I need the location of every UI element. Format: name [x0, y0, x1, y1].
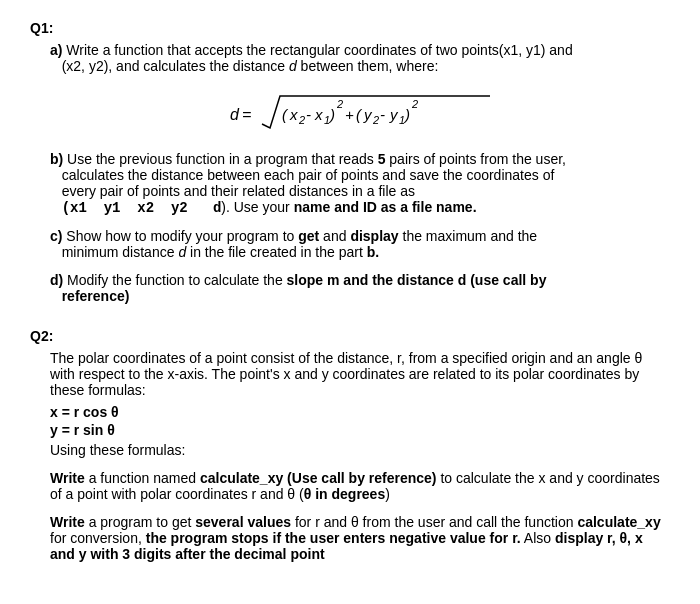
q1-label: Q1:	[30, 20, 670, 36]
q2-intro-text: The polar coordinates of a point consist…	[50, 350, 670, 398]
svg-text:=: =	[242, 106, 251, 123]
svg-text:x: x	[289, 106, 298, 123]
q2-formula-y: y = r sin θ	[50, 422, 670, 438]
svg-text:2: 2	[298, 114, 305, 126]
distance-formula: d = ( x 2 - x 1 ) 2 + ( y 2	[50, 84, 670, 139]
q2-intro-block: The polar coordinates of a point consist…	[30, 350, 670, 562]
svg-text:2: 2	[372, 114, 379, 126]
svg-text:x: x	[314, 106, 323, 123]
q2-formula-x: x = r cos θ	[50, 404, 670, 420]
svg-text:y: y	[389, 106, 399, 123]
q1-part-c-text: Show how to modify your program to get a…	[50, 228, 537, 260]
q1-part-c-label: c)	[50, 228, 62, 244]
svg-text:): )	[403, 106, 410, 123]
q1-part-b-label: b)	[50, 151, 63, 167]
svg-text:-: -	[380, 106, 385, 123]
q1-part-a: a) Write a function that accepts the rec…	[30, 42, 670, 139]
svg-text:d: d	[230, 106, 240, 123]
svg-text:y: y	[363, 106, 373, 123]
svg-text:): )	[328, 106, 335, 123]
q1-part-d-text: Modify the function to calculate the slo…	[50, 272, 546, 304]
q1-part-b-text: Use the previous function in a program t…	[50, 151, 566, 215]
svg-text:(: (	[282, 106, 289, 123]
q1-part-c: c) Show how to modify your program to ge…	[30, 228, 670, 260]
question-1: Q1: a) Write a function that accepts the…	[30, 20, 670, 304]
q2-part1: Write a function named calculate_xy (Use…	[50, 470, 670, 502]
svg-text:+: +	[345, 106, 354, 123]
svg-text:-: -	[306, 106, 311, 123]
svg-text:2: 2	[411, 98, 418, 110]
q2-using: Using these formulas:	[50, 442, 670, 458]
svg-text:2: 2	[336, 98, 343, 110]
q1-part-b: b) Use the previous function in a progra…	[30, 151, 670, 216]
q1-part-a-text: Write a function that accepts the rectan…	[50, 42, 573, 74]
q2-part2: Write a program to get several values fo…	[50, 514, 670, 562]
svg-text:(: (	[356, 106, 363, 123]
q1-part-d: d) Modify the function to calculate the …	[30, 272, 670, 304]
question-2: Q2: The polar coordinates of a point con…	[30, 328, 670, 562]
q1-part-a-label: a)	[50, 42, 62, 58]
q2-label: Q2:	[30, 328, 670, 344]
q1-part-d-label: d)	[50, 272, 63, 288]
